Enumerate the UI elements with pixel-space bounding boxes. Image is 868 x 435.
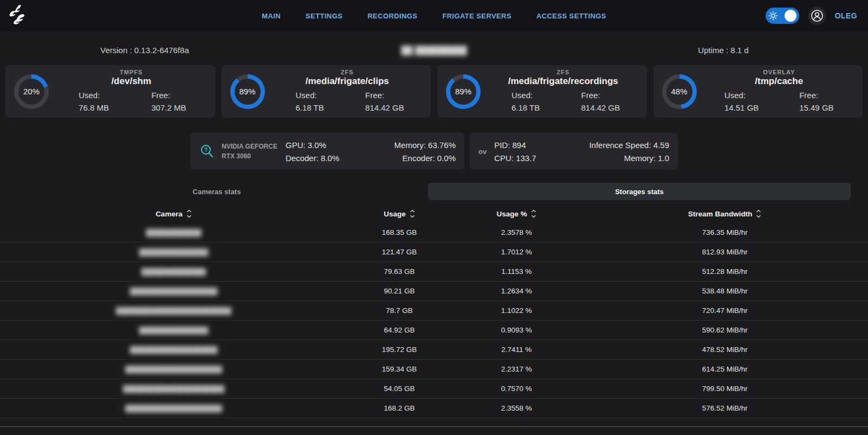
mount-path: /tmp/cache xyxy=(704,76,854,87)
fs-type-label: ZFS xyxy=(488,69,638,75)
storage-stats-table: Camera Usage Usage % Stream Bandwidth xyxy=(0,204,868,427)
cell-usage: 195.72 GB xyxy=(347,346,451,354)
detector-stats-left: PID: 894 CPU: 133.7 xyxy=(494,140,536,163)
storage-card-cache: 48% OVERLAY /tmp/cache Used:14.51 GB Fre… xyxy=(653,65,863,118)
nav-item-access-settings[interactable]: ACCESS SETTINGS xyxy=(536,12,606,20)
cell-name: ██████████████ xyxy=(0,268,347,276)
mount-path: /media/frigate/clips xyxy=(273,76,423,87)
theme-toggle[interactable] xyxy=(766,8,799,24)
detector-pid: PID: 894 xyxy=(494,140,536,150)
cell-bandwidth: 799.50 MiB/hr xyxy=(581,385,868,393)
cell-bandwidth: 538.48 MiB/hr xyxy=(581,287,868,295)
fs-type-label: OVERLAY xyxy=(704,69,854,75)
donut-percent-label: 48% xyxy=(666,79,692,105)
version-label: Version : 0.13.2-6476f8a xyxy=(0,46,289,55)
cell-usage: 54.05 GB xyxy=(347,385,451,393)
nav-item-settings[interactable]: SETTINGS xyxy=(306,12,342,20)
table-row: ██████████████79.63 GB1.1153 %512.28 MiB… xyxy=(0,262,868,282)
server-name: ██ █████████ xyxy=(289,46,579,55)
cell-name: ██████████████████████ xyxy=(0,385,347,393)
storage-donut-chart: 89% xyxy=(446,74,481,109)
sort-icon xyxy=(756,209,761,219)
detector-memory: Memory: 1.0 xyxy=(589,153,669,163)
detector-card: ov PID: 894 CPU: 133.7 Inference Speed: … xyxy=(470,133,678,170)
gpu-search-icon: ? xyxy=(199,143,215,159)
free-stat: Free:814.42 GB xyxy=(581,89,620,114)
cell-name: ███████████████████ xyxy=(0,346,347,354)
cell-bandwidth: 736.35 MiB/hr xyxy=(581,228,868,236)
cell-usage-percent: 2.3558 % xyxy=(451,404,581,412)
used-stat: Used:6.18 TB xyxy=(295,89,323,114)
storage-cards-row: 20% TMPFS /dev/shm Used:76.8 MB Free:307… xyxy=(5,65,863,118)
detector-inference-speed: Inference Speed: 4.59 xyxy=(589,140,669,150)
person-icon xyxy=(810,9,824,23)
column-header-stream-bandwidth[interactable]: Stream Bandwidth xyxy=(581,209,868,219)
mount-path: /media/frigate/recordings xyxy=(488,76,638,87)
sort-icon xyxy=(410,209,415,219)
cell-bandwidth: 512.28 MiB/hr xyxy=(581,267,868,276)
fs-type-label: ZFS xyxy=(273,69,423,75)
used-stat: Used:6.18 TB xyxy=(511,89,540,114)
table-row: ███████████████████195.72 GB2.7411 %478.… xyxy=(0,340,868,360)
top-navbar: MAIN SETTINGS RECORDINGS FRIGATE SERVERS… xyxy=(0,0,868,31)
free-stat: Free:15.49 GB xyxy=(799,89,833,114)
tab-cameras-stats[interactable]: Cameras stats xyxy=(5,183,428,200)
info-row: Version : 0.13.2-6476f8a ██ █████████ Up… xyxy=(0,39,868,61)
column-header-usage-percent[interactable]: Usage % xyxy=(451,209,581,219)
cell-usage-percent: 1.1153 % xyxy=(451,267,581,276)
cell-bandwidth: 576.52 MiB/hr xyxy=(581,404,868,412)
cell-usage-percent: 1.2634 % xyxy=(451,287,581,295)
cell-usage: 121.47 GB xyxy=(347,248,451,256)
mount-path: /dev/shm xyxy=(56,76,206,87)
fs-type-label: TMPFS xyxy=(56,69,206,75)
table-row: █████████████████████168.2 GB2.3558 %576… xyxy=(0,399,868,418)
table-row: ████████████168.35 GB2.3578 %736.35 MiB/… xyxy=(0,223,868,242)
cell-usage: 79.63 GB xyxy=(347,267,451,276)
donut-percent-label: 89% xyxy=(450,79,476,105)
username-label[interactable]: OLEG xyxy=(835,11,857,20)
cell-usage: 90.21 GB xyxy=(347,287,451,295)
nav-item-frigate-servers[interactable]: FRIGATE SERVERS xyxy=(442,12,511,20)
nav-item-recordings[interactable]: RECORDINGS xyxy=(367,12,417,20)
table-body: ████████████168.35 GB2.3578 %736.35 MiB/… xyxy=(0,223,868,418)
cell-name: █████████████████████ xyxy=(0,405,347,412)
column-header-usage[interactable]: Usage xyxy=(347,209,451,219)
detector-stats-right: Inference Speed: 4.59 Memory: 1.0 xyxy=(589,140,669,163)
cell-bandwidth: 812.93 MiB/hr xyxy=(581,248,868,256)
svg-text:?: ? xyxy=(204,147,208,153)
storage-card-tmpfs: 20% TMPFS /dev/shm Used:76.8 MB Free:307… xyxy=(5,65,215,118)
cell-usage: 159.34 GB xyxy=(347,365,451,373)
table-row: █████████████████████████78.7 GB1.1022 %… xyxy=(0,301,868,321)
storage-card-clips: 89% ZFS /media/frigate/clips Used:6.18 T… xyxy=(222,65,431,118)
gpu-usage: GPU: 3.0% xyxy=(286,140,339,150)
cell-bandwidth: 614.25 MiB/hr xyxy=(581,365,868,373)
user-avatar[interactable] xyxy=(808,7,826,25)
cell-usage: 168.35 GB xyxy=(347,228,451,236)
cell-usage-percent: 2.3578 % xyxy=(451,228,581,236)
gpu-stats-left: GPU: 3.0% Decoder: 8.0% xyxy=(286,140,339,163)
frigate-logo-icon[interactable] xyxy=(8,4,31,27)
storage-card-recordings: 89% ZFS /media/frigate/recordings Used:6… xyxy=(437,65,647,118)
cell-usage-percent: 2.7411 % xyxy=(451,346,581,354)
storage-donut-chart: 89% xyxy=(230,74,265,109)
cell-bandwidth: 720.47 MiB/hr xyxy=(581,306,868,315)
cell-name: ████████████ xyxy=(0,229,347,236)
storage-donut-chart: 20% xyxy=(14,74,49,109)
donut-percent-label: 89% xyxy=(235,79,261,105)
used-stat: Used:76.8 MB xyxy=(79,89,109,114)
stats-tabs: Cameras stats Storages stats xyxy=(5,183,851,200)
table-header: Camera Usage Usage % Stream Bandwidth xyxy=(0,204,868,223)
table-row: █████████████████████159.34 GB2.2317 %61… xyxy=(0,360,868,379)
gpu-stats-right: Memory: 63.76% Encoder: 0.0% xyxy=(394,140,456,163)
sun-icon xyxy=(768,11,778,21)
column-header-camera[interactable]: Camera xyxy=(0,209,347,219)
toggle-knob xyxy=(785,10,796,22)
main-navigation: MAIN SETTINGS RECORDINGS FRIGATE SERVERS… xyxy=(0,12,868,20)
detector-cpu: CPU: 133.7 xyxy=(494,153,536,163)
tab-storages-stats[interactable]: Storages stats xyxy=(428,183,851,200)
nav-item-main[interactable]: MAIN xyxy=(262,12,281,20)
detector-name: ov xyxy=(478,148,487,156)
gpu-name: NVIDIA GEFORCERTX 3060 xyxy=(222,142,286,161)
cell-name: ███████████████ xyxy=(0,248,347,256)
cell-name: █████████████████████ xyxy=(0,366,347,373)
